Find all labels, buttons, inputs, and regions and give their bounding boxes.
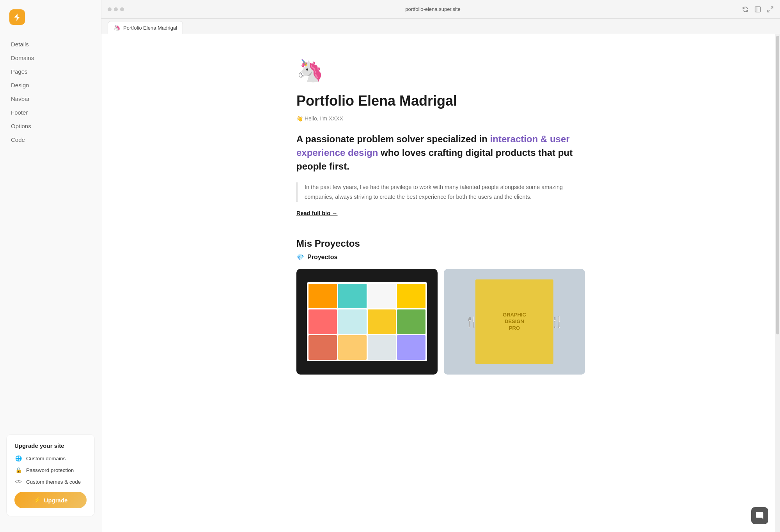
tab-label: Portfolio Elena Madrigal [123,25,177,31]
tab-favicon: 🦄 [113,25,120,31]
tablet-cell [397,284,425,308]
browser-dot-red [108,7,112,11]
bio-quote-text: In the past few years, I've had the priv… [305,184,563,200]
upgrade-button-label: Upgrade [44,497,68,504]
svg-rect-0 [755,7,760,12]
tablet-cell [338,284,367,308]
tablet-cell [308,309,337,334]
site-title: Portfolio Elena Madrigal [296,93,585,109]
sidebar: Details Domains Pages Design Navbar Foot… [0,0,101,532]
site-icon-emoji: 🦄 [296,58,585,83]
expand-icon[interactable] [767,6,774,13]
browser-url: portfolio-elena.super.site [129,6,737,12]
code-icon: </> [14,478,22,486]
tablet-cell [338,335,367,360]
greeting-text: 👋 Hello, I'm XXXX [296,115,585,122]
site-preview: 🦄 Portfolio Elena Madrigal 👋 Hello, I'm … [265,34,616,398]
browser-dot-green [120,7,124,11]
sidebar-item-footer[interactable]: Footer [6,106,95,119]
book-title-text: GRAPHICDESIGNPRO [500,309,529,335]
upgrade-feature-password: 🔒 Password protection [14,466,87,474]
browser-dot-yellow [114,7,118,11]
refresh-icon[interactable] [742,6,749,13]
projects-label-text: Proyectos [307,254,337,261]
layout-icon[interactable] [754,6,761,13]
hero-text: A passionate problem solver specialized … [296,133,585,173]
project-card-tablet[interactable] [296,269,438,375]
upgrade-feature-label-domains: Custom domains [26,456,66,461]
bolt-icon [13,13,21,21]
fork-icon-right: 🍴 [550,315,564,328]
upgrade-box: Upgrade your site 🌐 Custom domains 🔒 Pas… [6,434,95,516]
upgrade-feature-themes: </> Custom themes & code [14,478,87,486]
browser-dots [108,7,124,11]
browser-actions [742,6,774,13]
sidebar-item-design[interactable]: Design [6,78,95,92]
tablet-cell [397,335,425,360]
sidebar-item-options[interactable]: Options [6,119,95,133]
scrollbar-thumb [776,36,779,334]
projects-label: 💎 Proyectos [296,254,585,261]
book-cover: GRAPHICDESIGNPRO [475,279,553,364]
main-content: portfolio-elena.super.site 🦄 Portfolio E… [101,0,780,532]
bio-quote: In the past few years, I've had the priv… [296,182,585,201]
tablet-cell [368,335,396,360]
upgrade-feature-custom-domains: 🌐 Custom domains [14,454,87,462]
sidebar-item-navbar[interactable]: Navbar [6,92,95,106]
tablet-cell [368,284,396,308]
scrollbar[interactable] [775,34,780,532]
chat-icon[interactable] [751,507,768,524]
sidebar-item-code[interactable]: Code [6,133,95,147]
upgrade-button-icon: ⚡ [34,497,41,504]
upgrade-feature-label-password: Password protection [26,467,74,473]
tablet-mockup [296,269,438,375]
project-card-book[interactable]: 🍴 GRAPHICDESIGNPRO 🍴 [444,269,585,375]
sidebar-item-domains[interactable]: Domains [6,51,95,65]
greeting-emoji: 👋 [296,115,303,122]
chat-svg-icon [755,511,764,520]
book-mockup: 🍴 GRAPHICDESIGNPRO 🍴 [444,269,585,375]
greeting-label: Hello, I'm XXXX [305,115,343,122]
globe-icon: 🌐 [14,454,22,462]
upgrade-feature-label-themes: Custom themes & code [26,479,81,485]
browser-bar: portfolio-elena.super.site [101,0,780,19]
tablet-cell [368,309,396,334]
tablet-screen [307,282,427,362]
hero-text-before: A passionate problem solver specialized … [296,134,490,144]
upgrade-button[interactable]: ⚡ Upgrade [14,492,87,508]
sidebar-item-details[interactable]: Details [6,37,95,51]
tablet-cell [397,309,425,334]
tablet-cell [338,309,367,334]
sidebar-nav: Details Domains Pages Design Navbar Foot… [0,37,101,428]
projects-icon: 💎 [296,254,304,261]
read-full-bio-link[interactable]: Read full bio → [296,210,338,216]
project-grid: 🍴 GRAPHICDESIGNPRO 🍴 [296,269,585,375]
tab-bar: 🦄 Portfolio Elena Madrigal [101,19,780,34]
browser-tab[interactable]: 🦄 Portfolio Elena Madrigal [108,21,183,34]
tablet-cell [308,284,337,308]
lock-icon: 🔒 [14,466,22,474]
upgrade-title: Upgrade your site [14,442,87,449]
sidebar-item-pages[interactable]: Pages [6,65,95,78]
tablet-cell [308,335,337,360]
app-logo[interactable] [9,9,25,25]
section-title: Mis Proyectos [296,238,585,249]
